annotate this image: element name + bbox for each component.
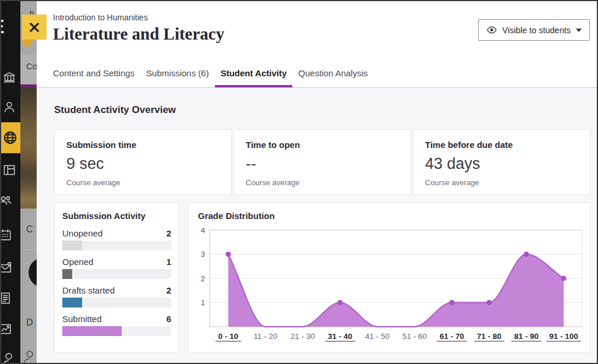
x-axis-label: 11 - 20	[253, 332, 277, 341]
student-activity-content: Student Activity Overview Submission tim…	[37, 88, 597, 362]
sidebar-item-active[interactable]	[0, 122, 20, 153]
background-page: b Co C D	[20, 0, 37, 364]
messages-icon[interactable]	[0, 260, 13, 275]
bar-fill	[62, 326, 122, 336]
bar-fill	[62, 269, 72, 279]
stat-caption: Course average	[246, 178, 300, 187]
background-tab-bar	[20, 54, 37, 88]
chevron-down-icon	[576, 29, 582, 32]
activity-row-submitted: Submitted6	[62, 314, 171, 336]
stat-title: Time before due date	[425, 140, 578, 150]
tab-student-activity[interactable]: Student Activity	[215, 58, 293, 87]
background-heading-fragment-2: D	[26, 317, 33, 328]
globe-icon	[2, 130, 18, 146]
chart-point[interactable]	[450, 300, 455, 305]
background-heading-fragment: C	[26, 224, 33, 235]
x-axis-label: 51 - 60	[402, 332, 427, 341]
bottom-card-row: Submission Activity Unopened2 Opened1 Dr…	[54, 202, 590, 353]
x-axis-label-link[interactable]: 91 - 100	[549, 332, 578, 341]
x-axis-label-link[interactable]: 0 - 10	[218, 332, 239, 341]
y-axis-label: 2	[201, 274, 205, 283]
grade-distribution-chart: 12340 - 1011 - 2021 - 3031 - 4041 - 5051…	[198, 222, 582, 347]
page-title: Literature and Literacy	[53, 24, 224, 44]
row-count: 2	[167, 285, 171, 295]
stat-value: 9 sec	[66, 155, 220, 173]
groups-icon[interactable]	[0, 193, 13, 208]
chart-area	[228, 255, 564, 327]
x-axis-label: 41 - 50	[365, 332, 390, 341]
bar-track	[62, 269, 171, 279]
x-axis-label-link[interactable]: 61 - 70	[440, 332, 464, 341]
y-axis-label: 3	[201, 250, 205, 259]
analytics-icon[interactable]	[0, 321, 13, 337]
person-icon	[22, 349, 36, 364]
y-axis-label: 4	[201, 226, 205, 235]
chart-point[interactable]	[561, 276, 567, 281]
submission-activity-card: Submission Activity Unopened2 Opened1 Dr…	[54, 202, 179, 353]
chart-title: Grade Distribution	[198, 211, 581, 221]
tab-question-analysis[interactable]: Question Analysis	[292, 58, 373, 87]
stat-card-time-to-open: Time to open -- Course average	[233, 129, 411, 195]
row-count: 1	[167, 257, 171, 267]
institution-icon[interactable]	[2, 70, 17, 85]
gradebook-icon[interactable]	[0, 291, 13, 306]
activity-row-unopened: Unopened2	[62, 228, 171, 250]
x-axis-label: 21 - 30	[291, 332, 315, 341]
chart-point[interactable]	[338, 300, 343, 305]
stat-title: Time to open	[246, 140, 399, 150]
bar-track	[62, 241, 171, 250]
stat-card-submission-time: Submission time 9 sec Course average	[54, 129, 232, 195]
stat-title: Submission time	[66, 140, 220, 150]
stat-card-time-before-due: Time before due date 43 days Course aver…	[413, 129, 590, 195]
activity-row-opened: Opened1	[62, 257, 171, 279]
stat-caption: Course average	[66, 178, 121, 187]
stat-value: --	[246, 155, 399, 173]
x-axis-label-link[interactable]: 81 - 90	[514, 332, 539, 341]
card-title: Submission Activity	[62, 211, 171, 221]
row-label: Submitted	[62, 314, 102, 324]
visibility-dropdown-button[interactable]: Visible to students	[478, 19, 590, 41]
chart-point[interactable]	[487, 300, 492, 305]
brand-logo-fragment: E	[0, 15, 5, 38]
stat-value: 43 days	[425, 155, 578, 173]
stat-caption: Course average	[425, 178, 479, 187]
breadcrumb: Introduction to Humanities	[53, 13, 148, 22]
tab-content-and-settings[interactable]: Content and Settings	[47, 58, 140, 87]
bar-track	[62, 298, 171, 308]
app-window: E b Co	[0, 0, 598, 364]
activity-row-drafts-started: Drafts started2	[62, 285, 171, 308]
background-tab-fragment: Co	[26, 61, 37, 71]
tab-submissions[interactable]: Submissions (6)	[140, 58, 215, 87]
bar-fill	[62, 298, 82, 308]
calendar-icon[interactable]	[0, 227, 13, 242]
course-banner-image	[20, 88, 37, 208]
divider	[23, 249, 37, 250]
avatar	[29, 258, 37, 287]
tab-bar: Content and Settings Submissions (6) Stu…	[37, 58, 597, 88]
pages-icon[interactable]	[2, 162, 17, 178]
panel-header: Introduction to Humanities Literature an…	[37, 1, 597, 58]
visibility-label: Visible to students	[503, 26, 571, 35]
close-panel-button[interactable]	[22, 15, 47, 40]
course-nav-sidebar: E	[0, 0, 20, 364]
row-label: Unopened	[62, 228, 102, 238]
submission-activity-rows: Unopened2 Opened1 Drafts started2 S	[62, 228, 171, 336]
assignment-panel: Introduction to Humanities Literature an…	[37, 1, 597, 363]
bar-fill	[62, 241, 82, 250]
person-partial-icon[interactable]	[1, 351, 16, 364]
row-label: Opened	[62, 257, 93, 267]
row-label: Drafts started	[62, 285, 115, 295]
x-axis-label-link[interactable]: 31 - 40	[328, 332, 352, 341]
y-axis-label: 1	[201, 298, 205, 307]
bar-track	[62, 326, 171, 336]
x-axis-label-link[interactable]: 71 - 80	[477, 332, 501, 341]
section-heading: Student Activity Overview	[54, 104, 590, 116]
stat-card-row: Submission time 9 sec Course average Tim…	[54, 129, 590, 195]
eye-icon	[486, 24, 497, 36]
chart-point[interactable]	[226, 252, 231, 257]
close-icon	[29, 22, 40, 33]
close-button-tail	[22, 39, 35, 48]
chart-point[interactable]	[524, 252, 529, 257]
row-count: 6	[167, 314, 171, 324]
profile-icon[interactable]	[2, 100, 17, 115]
